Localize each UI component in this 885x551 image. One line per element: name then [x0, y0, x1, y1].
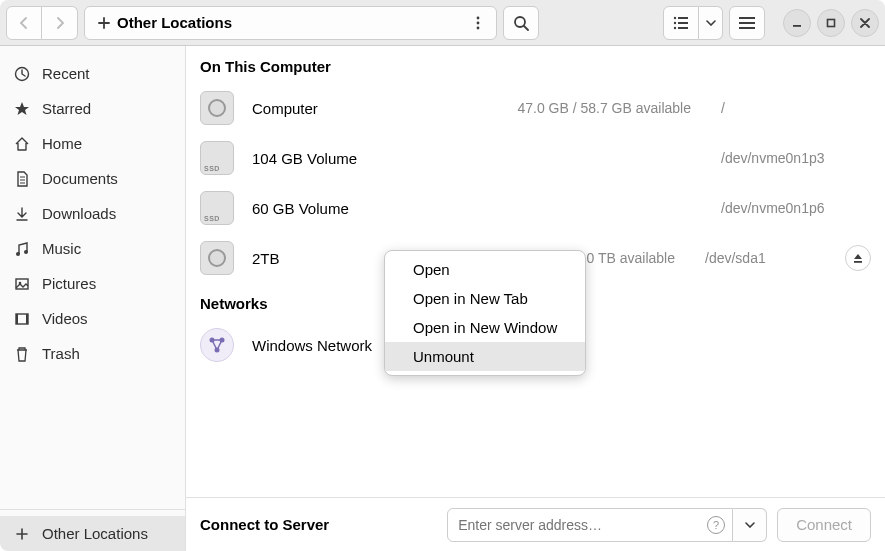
plus-icon	[14, 526, 30, 542]
svg-rect-10	[739, 17, 755, 19]
main: Recent Starred Home Documents Downloads …	[0, 46, 885, 551]
sidebar-item-videos[interactable]: Videos	[0, 301, 185, 336]
maximize-icon	[826, 18, 836, 28]
drive-mount: /	[721, 100, 871, 116]
drive-mount: /dev/sda1	[705, 250, 827, 266]
sidebar-item-trash[interactable]: Trash	[0, 336, 185, 371]
sidebar-item-starred[interactable]: Starred	[0, 91, 185, 126]
sidebar-item-other-locations[interactable]: Other Locations	[0, 516, 185, 551]
server-address-input[interactable]	[447, 508, 733, 542]
close-icon	[860, 18, 870, 28]
list-view-button[interactable]	[663, 6, 699, 40]
drive-row-volume-104[interactable]: 104 GB Volume /dev/nvme0n1p3	[186, 133, 885, 183]
pathbar-location[interactable]: Other Locations	[89, 10, 240, 35]
nav-back-button[interactable]	[6, 6, 42, 40]
context-menu: Open Open in New Tab Open in New Window …	[384, 250, 586, 376]
svg-rect-13	[793, 25, 801, 27]
minimize-button[interactable]	[783, 9, 811, 37]
chevron-right-icon	[54, 17, 66, 29]
server-input-wrap: ?	[447, 508, 767, 542]
drive-mount: /dev/nvme0n1p3	[721, 150, 871, 166]
drive-row-volume-60[interactable]: 60 GB Volume /dev/nvme0n1p6	[186, 183, 885, 233]
clock-icon	[14, 66, 30, 82]
drive-name: Computer	[252, 100, 372, 117]
sidebar-item-label: Videos	[42, 310, 88, 327]
sidebar-item-home[interactable]: Home	[0, 126, 185, 161]
help-button[interactable]: ?	[707, 516, 725, 534]
svg-rect-23	[854, 261, 862, 263]
view-dropdown-button[interactable]	[699, 6, 723, 40]
connect-label: Connect to Server	[200, 516, 437, 533]
sidebar-item-label: Documents	[42, 170, 118, 187]
ssd-icon	[200, 191, 234, 225]
sidebar-item-label: Starred	[42, 100, 91, 117]
pathbar-menu-button[interactable]	[464, 6, 492, 40]
connect-footer: Connect to Server ? Connect	[186, 497, 885, 551]
drive-info: 47.0 GB / 58.7 GB available	[517, 100, 703, 116]
svg-rect-21	[16, 314, 18, 324]
close-button[interactable]	[851, 9, 879, 37]
sidebar-item-label: Recent	[42, 65, 90, 82]
ssd-icon	[200, 141, 234, 175]
network-icon	[200, 328, 234, 362]
sidebar-item-pictures[interactable]: Pictures	[0, 266, 185, 301]
svg-point-16	[16, 252, 20, 256]
sidebar-item-label: Trash	[42, 345, 80, 362]
pathbar: Other Locations	[84, 6, 497, 40]
menu-item-open[interactable]: Open	[385, 255, 585, 284]
spacer	[0, 371, 185, 503]
drive-name: 60 GB Volume	[252, 200, 372, 217]
svg-rect-14	[828, 19, 835, 26]
content-area: On This Computer Computer 47.0 GB / 58.7…	[186, 46, 885, 551]
input-container: ?	[447, 508, 733, 542]
svg-rect-7	[678, 22, 688, 24]
drive-row-computer[interactable]: Computer 47.0 GB / 58.7 GB available /	[186, 83, 885, 133]
eject-button[interactable]	[845, 245, 871, 271]
chevron-left-icon	[18, 17, 30, 29]
hdd-icon	[200, 91, 234, 125]
videos-icon	[14, 311, 30, 327]
svg-point-2	[477, 26, 480, 29]
trash-icon	[14, 346, 30, 362]
sidebar-item-label: Pictures	[42, 275, 96, 292]
svg-point-6	[674, 21, 676, 23]
separator	[0, 509, 185, 510]
star-icon	[14, 101, 30, 117]
menu-item-open-window[interactable]: Open in New Window	[385, 313, 585, 342]
pathbar-label: Other Locations	[117, 14, 232, 31]
chevron-down-icon	[745, 522, 755, 528]
kebab-icon	[476, 16, 480, 30]
sidebar-item-music[interactable]: Music	[0, 231, 185, 266]
hdd-icon	[200, 241, 234, 275]
sidebar-item-label: Home	[42, 135, 82, 152]
pictures-icon	[14, 276, 30, 292]
menu-item-unmount[interactable]: Unmount	[385, 342, 585, 371]
chevron-down-icon	[706, 20, 716, 26]
sidebar-item-recent[interactable]: Recent	[0, 56, 185, 91]
svg-rect-9	[678, 27, 688, 29]
search-button[interactable]	[503, 6, 539, 40]
music-icon	[14, 241, 30, 257]
svg-rect-11	[739, 22, 755, 24]
svg-point-17	[24, 250, 28, 254]
maximize-button[interactable]	[817, 9, 845, 37]
sidebar-item-downloads[interactable]: Downloads	[0, 196, 185, 231]
nav-forward-button[interactable]	[42, 6, 78, 40]
hamburger-menu-button[interactable]	[729, 6, 765, 40]
section-header-computer: On This Computer	[186, 46, 885, 83]
sidebar-item-label: Downloads	[42, 205, 116, 222]
drive-name: 2TB	[252, 250, 372, 267]
menu-item-open-tab[interactable]: Open in New Tab	[385, 284, 585, 313]
eject-icon	[852, 252, 864, 264]
sidebar-item-label: Other Locations	[42, 525, 148, 542]
svg-point-4	[674, 16, 676, 18]
list-view-icon	[673, 16, 689, 30]
headerbar: Other Locations	[0, 0, 885, 46]
server-history-dropdown[interactable]	[733, 508, 767, 542]
sidebar-item-label: Music	[42, 240, 81, 257]
svg-point-0	[477, 16, 480, 19]
connect-button[interactable]: Connect	[777, 508, 871, 542]
drive-mount: /dev/nvme0n1p6	[721, 200, 871, 216]
svg-rect-12	[739, 27, 755, 29]
sidebar-item-documents[interactable]: Documents	[0, 161, 185, 196]
